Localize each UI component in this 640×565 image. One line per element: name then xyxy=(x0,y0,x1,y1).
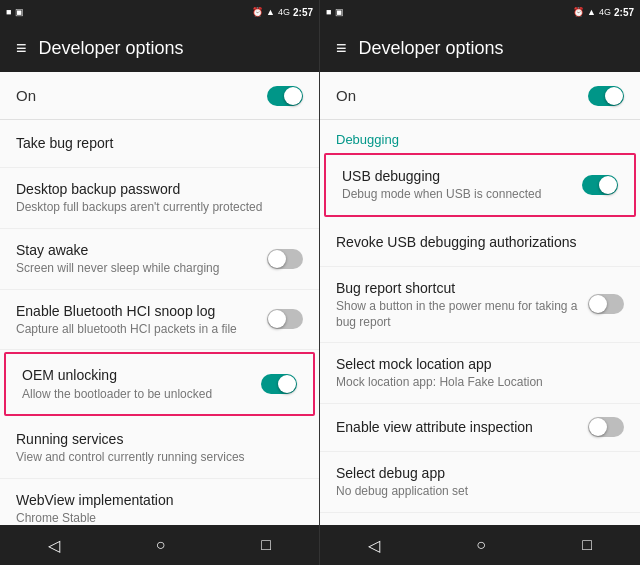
menu-icon[interactable]: ≡ xyxy=(16,38,27,59)
settings-list-right: Debugging USB debugging Debug mode when … xyxy=(320,120,640,525)
setting-subtitle: View and control currently running servi… xyxy=(16,450,303,466)
setting-title: Enable view attribute inspection xyxy=(336,418,588,436)
toggle-knob xyxy=(268,310,286,328)
app-title-left: Developer options xyxy=(39,38,184,59)
setting-title: WebView implementation xyxy=(16,491,303,509)
clock: 2:57 xyxy=(293,7,313,18)
setting-stay-awake[interactable]: Stay awake Screen will never sleep while… xyxy=(0,229,319,290)
status-icons-left: ■ ▣ xyxy=(6,7,24,17)
toggle-knob xyxy=(599,176,617,194)
setting-subtitle: Debug mode when USB is connected xyxy=(342,187,582,203)
setting-revoke-usb[interactable]: Revoke USB debugging authorizations xyxy=(320,219,640,267)
toggle-bluetooth-hci[interactable] xyxy=(267,309,303,329)
back-button-left[interactable]: ◁ xyxy=(28,528,80,563)
status-icons-right: ⏰ ▲ 4G 2:57 xyxy=(252,7,313,18)
setting-desktop-backup[interactable]: Desktop backup password Desktop full bac… xyxy=(0,168,319,229)
section-debugging: Debugging xyxy=(320,120,640,151)
setting-title: Select mock location app xyxy=(336,355,624,373)
wifi-icon: ▲ xyxy=(587,7,596,17)
nav-bar-right: ◁ ○ □ xyxy=(320,525,640,565)
notification-icon-2: ▣ xyxy=(15,7,24,17)
main-toggle-right[interactable] xyxy=(588,86,624,106)
main-toggle-left[interactable] xyxy=(267,86,303,106)
home-button-right[interactable]: ○ xyxy=(456,528,506,562)
app-title-right: Developer options xyxy=(359,38,504,59)
toggle-knob xyxy=(605,87,623,105)
settings-list-left: Take bug report Desktop backup password … xyxy=(0,120,319,525)
toggle-view-attr[interactable] xyxy=(588,417,624,437)
setting-subtitle: Allow the bootloader to be unlocked xyxy=(22,387,261,403)
toggle-usb-debug[interactable] xyxy=(582,175,618,195)
on-label-right: On xyxy=(336,87,356,104)
setting-debug-app[interactable]: Select debug app No debug application se… xyxy=(320,452,640,513)
notification-icon: ■ xyxy=(6,7,11,17)
setting-bug-report-shortcut[interactable]: Bug report shortcut Show a button in the… xyxy=(320,267,640,343)
setting-bluetooth-hci[interactable]: Enable Bluetooth HCI snoop log Capture a… xyxy=(0,290,319,351)
setting-title: Desktop backup password xyxy=(16,180,303,198)
back-button-right[interactable]: ◁ xyxy=(348,528,400,563)
toggle-knob xyxy=(284,87,302,105)
wifi-icon: ▲ xyxy=(266,7,275,17)
setting-title: OEM unlocking xyxy=(22,366,261,384)
status-icons-right: ⏰ ▲ 4G 2:57 xyxy=(573,7,634,18)
panel-right: ■ ▣ ⏰ ▲ 4G 2:57 ≡ Developer options On D… xyxy=(320,0,640,565)
setting-subtitle: Mock location app: Hola Fake Location xyxy=(336,375,624,391)
setting-title: Running services xyxy=(16,430,303,448)
app-bar-right: ≡ Developer options xyxy=(320,24,640,72)
recents-button-left[interactable]: □ xyxy=(241,528,291,562)
toggle-knob xyxy=(589,295,607,313)
toggle-knob xyxy=(268,250,286,268)
toggle-stay-awake[interactable] xyxy=(267,249,303,269)
notification-icon: ■ xyxy=(326,7,331,17)
setting-oem-unlocking[interactable]: OEM unlocking Allow the bootloader to be… xyxy=(4,352,315,416)
setting-subtitle: Screen will never sleep while charging xyxy=(16,261,267,277)
toggle-knob xyxy=(278,375,296,393)
app-bar-left: ≡ Developer options xyxy=(0,24,319,72)
setting-usb-debugging[interactable]: USB debugging Debug mode when USB is con… xyxy=(324,153,636,217)
setting-subtitle: No debug application set xyxy=(336,484,624,500)
notification-icon-2: ▣ xyxy=(335,7,344,17)
setting-subtitle: Chrome Stable xyxy=(16,511,303,525)
home-button-left[interactable]: ○ xyxy=(136,528,186,562)
signal-icon: 4G xyxy=(278,7,290,17)
setting-webview[interactable]: WebView implementation Chrome Stable xyxy=(0,479,319,525)
on-row-right: On xyxy=(320,72,640,120)
setting-mock-location[interactable]: Select mock location app Mock location a… xyxy=(320,343,640,404)
on-label-left: On xyxy=(16,87,36,104)
setting-title: Stay awake xyxy=(16,241,267,259)
setting-wait-debugger: Wait for debugger Debugged application w… xyxy=(320,513,640,525)
setting-title: USB debugging xyxy=(342,167,582,185)
setting-title: Revoke USB debugging authorizations xyxy=(336,233,624,251)
setting-title: Take bug report xyxy=(16,134,303,152)
on-row-left: On xyxy=(0,72,319,120)
status-bar-right: ■ ▣ ⏰ ▲ 4G 2:57 xyxy=(320,0,640,24)
setting-title: Bug report shortcut xyxy=(336,279,588,297)
status-bar-left: ■ ▣ ⏰ ▲ 4G 2:57 xyxy=(0,0,319,24)
setting-take-bug-report[interactable]: Take bug report xyxy=(0,120,319,168)
toggle-knob xyxy=(589,418,607,436)
menu-icon-right[interactable]: ≡ xyxy=(336,38,347,59)
clock: 2:57 xyxy=(614,7,634,18)
status-icons-left: ■ ▣ xyxy=(326,7,344,17)
setting-title: Select debug app xyxy=(336,464,624,482)
toggle-bug-report[interactable] xyxy=(588,294,624,314)
signal-icon: 4G xyxy=(599,7,611,17)
setting-subtitle: Desktop full backups aren't currently pr… xyxy=(16,200,303,216)
setting-subtitle: Show a button in the power menu for taki… xyxy=(336,299,588,330)
nav-bar-left: ◁ ○ □ xyxy=(0,525,319,565)
setting-running-services[interactable]: Running services View and control curren… xyxy=(0,418,319,479)
alarm-icon: ⏰ xyxy=(573,7,584,17)
alarm-icon: ⏰ xyxy=(252,7,263,17)
setting-view-attribute[interactable]: Enable view attribute inspection xyxy=(320,404,640,452)
recents-button-right[interactable]: □ xyxy=(562,528,612,562)
toggle-oem[interactable] xyxy=(261,374,297,394)
setting-subtitle: Capture all bluetooth HCI packets in a f… xyxy=(16,322,267,338)
setting-title: Enable Bluetooth HCI snoop log xyxy=(16,302,267,320)
panel-left: ■ ▣ ⏰ ▲ 4G 2:57 ≡ Developer options On T… xyxy=(0,0,320,565)
